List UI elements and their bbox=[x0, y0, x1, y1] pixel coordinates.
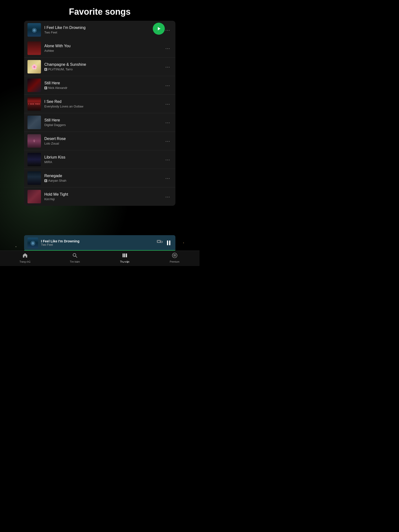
song-title: Still Here bbox=[44, 118, 163, 122]
more-options-button[interactable]: ··· bbox=[163, 155, 172, 164]
song-info: Still Here Digital Daggers bbox=[44, 118, 163, 127]
svg-rect-7 bbox=[123, 253, 124, 257]
list-item[interactable]: Hold Me Tight KimYeji ··· bbox=[24, 187, 175, 206]
explicit-badge: E bbox=[44, 179, 47, 182]
song-list: I Feel Like I'm Drowning Two Feet ··· Al… bbox=[24, 21, 175, 206]
library-icon bbox=[122, 253, 127, 259]
more-options-button[interactable]: ··· bbox=[163, 63, 172, 71]
song-thumbnail bbox=[27, 41, 41, 55]
page-title: Favorite songs bbox=[0, 0, 200, 21]
song-artist: E Nick Alexandr bbox=[44, 86, 163, 90]
song-artist: Two Feet bbox=[44, 31, 163, 34]
nav-label-home: Trang chủ bbox=[20, 260, 30, 263]
svg-marker-0 bbox=[158, 27, 160, 30]
now-playing-controls bbox=[157, 239, 172, 247]
more-options-button[interactable]: ··· bbox=[163, 174, 172, 182]
more-options-button[interactable]: ··· bbox=[163, 193, 172, 201]
nav-item-premium[interactable]: Premium bbox=[150, 253, 200, 263]
pause-bar-left bbox=[167, 240, 168, 245]
song-info: Still Here E Nick Alexandr bbox=[44, 81, 163, 90]
more-options-button[interactable]: ··· bbox=[163, 118, 172, 127]
song-info: I See Red Everybody Loves an Outlaw bbox=[44, 100, 163, 108]
song-info: Alone With You Ashlee bbox=[44, 44, 163, 53]
song-info: Desert Rose Lolo Zouaï bbox=[44, 137, 163, 145]
list-item[interactable]: I See Red Everybody Loves an Outlaw ··· bbox=[24, 95, 175, 113]
song-info: Champagne & Sunshine E PLVTINUM, Tarro bbox=[44, 62, 163, 71]
svg-rect-9 bbox=[126, 253, 127, 257]
song-thumbnail bbox=[27, 60, 41, 73]
song-thumbnail bbox=[27, 116, 41, 129]
now-playing-thumbnail bbox=[27, 238, 38, 248]
song-info: Renegade E Aaryan Shah bbox=[44, 174, 163, 182]
more-options-button[interactable]: ··· bbox=[163, 137, 172, 145]
spotify-icon bbox=[172, 253, 177, 259]
song-thumbnail bbox=[27, 23, 41, 37]
list-item[interactable]: I Feel Like I'm Drowning Two Feet ··· bbox=[24, 21, 175, 39]
song-artist: Digital Daggers bbox=[44, 123, 163, 127]
more-options-button[interactable]: ··· bbox=[163, 100, 172, 108]
song-artist: Everybody Loves an Outlaw bbox=[44, 105, 163, 108]
song-artist: MIRA bbox=[44, 160, 163, 164]
bottom-navigation: Trang chủ Tìm kiếm Thư viện bbox=[0, 251, 200, 266]
explicit-badge: E bbox=[44, 68, 47, 71]
song-title: Desert Rose bbox=[44, 137, 163, 141]
song-artist: E Aaryan Shah bbox=[44, 179, 163, 182]
nav-label-library: Thư viện bbox=[120, 260, 129, 263]
list-item[interactable]: Alone With You Ashlee ··· bbox=[24, 39, 175, 58]
now-playing-bar[interactable]: I Feel Like I'm Drowning Two Feet bbox=[24, 235, 175, 251]
song-title: I Feel Like I'm Drowning bbox=[44, 26, 163, 30]
svg-rect-2 bbox=[158, 241, 160, 242]
svg-rect-8 bbox=[124, 253, 125, 257]
home-icon bbox=[22, 253, 28, 259]
song-title: Librium Kiss bbox=[44, 155, 163, 160]
nav-item-home[interactable]: Trang chủ bbox=[0, 253, 50, 263]
connect-device-icon[interactable] bbox=[157, 239, 163, 247]
pause-button[interactable] bbox=[165, 239, 172, 246]
svg-rect-3 bbox=[160, 241, 162, 243]
song-artist: Lolo Zouaï bbox=[44, 142, 163, 145]
song-thumbnail bbox=[27, 171, 41, 185]
song-title: Renegade bbox=[44, 174, 163, 178]
list-item[interactable]: Champagne & Sunshine E PLVTINUM, Tarro ·… bbox=[24, 58, 175, 76]
song-thumbnail bbox=[27, 79, 41, 92]
search-icon bbox=[72, 253, 78, 259]
nav-label-premium: Premium bbox=[170, 260, 179, 263]
song-thumbnail bbox=[27, 134, 41, 148]
svg-line-6 bbox=[75, 256, 77, 258]
list-item[interactable]: Desert Rose Lolo Zouaï ··· bbox=[24, 132, 175, 150]
list-item[interactable]: Renegade E Aaryan Shah ··· bbox=[24, 169, 175, 187]
song-thumbnail bbox=[27, 153, 41, 166]
play-button[interactable] bbox=[153, 23, 165, 35]
song-info: I Feel Like I'm Drowning Two Feet bbox=[44, 26, 163, 34]
song-title: I See Red bbox=[44, 100, 163, 104]
nav-item-library[interactable]: Thư viện bbox=[100, 253, 150, 263]
svg-point-5 bbox=[73, 253, 76, 256]
song-artist: Ashlee bbox=[44, 49, 163, 53]
song-artist: KimYeji bbox=[44, 197, 163, 201]
list-item[interactable]: Still Here E Nick Alexandr ··· bbox=[24, 76, 175, 95]
now-playing-title: I Feel Like I'm Drowning bbox=[41, 239, 154, 243]
song-title: Champagne & Sunshine bbox=[44, 62, 163, 67]
song-info: Hold Me Tight KimYeji bbox=[44, 192, 163, 201]
song-thumbnail bbox=[27, 97, 41, 111]
explicit-badge: E bbox=[44, 86, 47, 89]
list-item[interactable]: Still Here Digital Daggers ··· bbox=[24, 113, 175, 132]
list-item[interactable]: Librium Kiss MIRA ··· bbox=[24, 150, 175, 169]
song-title: Still Here bbox=[44, 81, 163, 85]
song-info: Librium Kiss MIRA bbox=[44, 155, 163, 164]
now-playing-info: I Feel Like I'm Drowning Two Feet bbox=[41, 239, 154, 246]
now-playing-artist: Two Feet bbox=[41, 243, 154, 246]
more-options-button[interactable]: ··· bbox=[163, 44, 172, 53]
song-title: Hold Me Tight bbox=[44, 192, 163, 197]
nav-label-search: Tìm kiếm bbox=[70, 260, 80, 263]
pause-bar-right bbox=[169, 240, 170, 245]
more-options-button[interactable]: ··· bbox=[163, 81, 172, 90]
song-title: Alone With You bbox=[44, 44, 163, 48]
song-artist: E PLVTINUM, Tarro bbox=[44, 67, 163, 71]
nav-item-search[interactable]: Tìm kiếm bbox=[50, 253, 100, 263]
song-thumbnail bbox=[27, 190, 41, 203]
